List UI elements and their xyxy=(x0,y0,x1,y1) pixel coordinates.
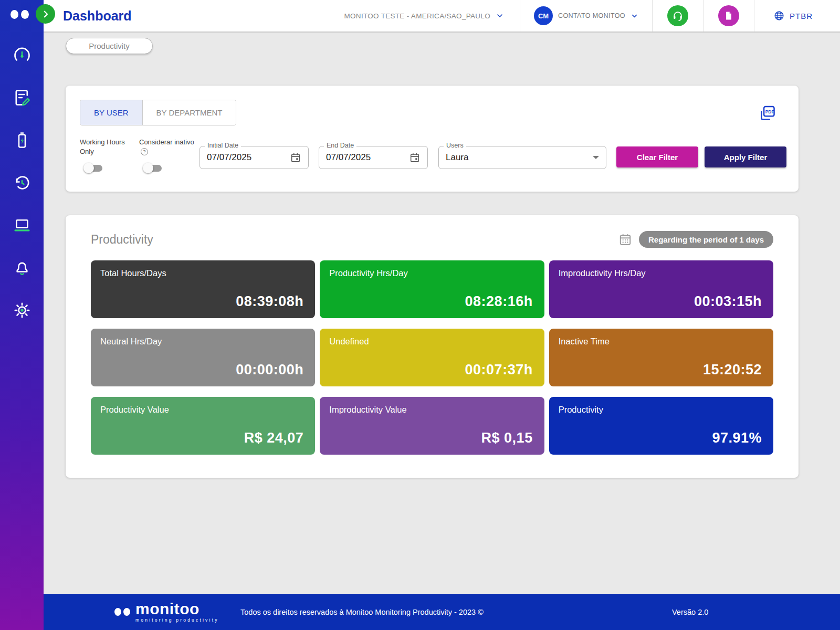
avatar: CM xyxy=(534,6,553,25)
users-select[interactable]: Users Laura xyxy=(438,146,606,169)
language-label: PTBR xyxy=(790,12,813,20)
sidebar-item-reports[interactable] xyxy=(0,85,44,111)
tile-value: R$ 24,07 xyxy=(244,430,304,446)
end-date-field[interactable]: End Date 07/07/2025 xyxy=(319,146,428,169)
tile-productivity-value: Productivity Value R$ 24,07 xyxy=(91,397,315,455)
working-hours-label: Working Hours Only xyxy=(80,138,125,155)
calendar-icon[interactable] xyxy=(290,152,301,163)
footer-version: Versão 2.0 xyxy=(672,608,708,616)
gauge-icon xyxy=(13,46,32,65)
sidebar xyxy=(0,0,44,630)
top-header: Dashboard MONITOO TESTE - AMERICA/SAO_PA… xyxy=(44,0,840,33)
sidebar-expand-button[interactable] xyxy=(36,4,55,24)
users-value: Laura xyxy=(446,152,468,163)
tile-total-hours: Total Hours/Days 08:39:08h xyxy=(91,260,315,318)
tile-value: 15:20:52 xyxy=(703,362,762,378)
svg-text:PDF: PDF xyxy=(765,109,774,114)
headset-icon xyxy=(671,9,684,22)
productivity-card: Productivity Regarding the period of 1 d… xyxy=(66,215,799,478)
tile-inactive-time: Inactive Time 15:20:52 xyxy=(549,329,773,386)
language-selector[interactable]: PTBR xyxy=(754,0,840,32)
chevron-down-icon xyxy=(496,12,504,20)
footer-logo: monitoo monitoring productivity xyxy=(114,602,219,623)
battery-bolt-icon xyxy=(13,131,32,150)
report-edit-icon xyxy=(13,88,32,107)
tab-by-user[interactable]: BY USER xyxy=(80,100,143,125)
globe-icon xyxy=(773,10,785,22)
tile-value: 00:00:00h xyxy=(236,362,303,378)
working-hours-toggle[interactable] xyxy=(83,163,103,173)
page-title: Dashboard xyxy=(63,8,132,24)
tile-value: 00:07:37h xyxy=(465,362,533,378)
tile-value: 08:39:08h xyxy=(236,293,303,310)
footer-copyright: Todos os direitos reservados à Monitoo M… xyxy=(240,608,484,616)
export-pdf-button[interactable]: PDF xyxy=(757,103,778,124)
workspace-selector[interactable]: MONITOO TESTE - AMERICA/SAO_PAULO xyxy=(329,0,520,32)
period-calendar-icon xyxy=(618,233,632,246)
apply-filter-button[interactable]: Apply Filter xyxy=(705,146,786,167)
footer-logo-text: monitoo xyxy=(135,602,219,616)
laptop-icon xyxy=(13,216,32,235)
help-icon[interactable]: ? xyxy=(141,148,148,155)
tile-value: 08:28:16h xyxy=(465,293,533,310)
clear-filter-button[interactable]: Clear Filter xyxy=(616,146,698,167)
initial-date-value: 07/07/2025 xyxy=(207,152,251,163)
initial-date-label: Initial Date xyxy=(205,142,241,149)
initial-date-field[interactable]: Initial Date 07/07/2025 xyxy=(200,146,309,169)
productivity-title: Productivity xyxy=(91,233,153,247)
end-date-label: End Date xyxy=(324,142,356,149)
tile-value: 00:03:15h xyxy=(694,293,762,310)
kpi-tile-grid: Total Hours/Days 08:39:08h Productivity … xyxy=(91,260,773,455)
calendar-icon[interactable] xyxy=(409,152,421,163)
tile-productivity-hrs: Productivity Hrs/Day 08:28:16h xyxy=(320,260,544,318)
tab-productivity[interactable]: Productivity xyxy=(66,38,153,54)
users-label: Users xyxy=(444,142,466,149)
filter-tab-group: BY USER BY DEPARTMENT xyxy=(80,100,236,125)
tile-neutral-hrs: Neutral Hrs/Day 00:00:00h xyxy=(91,329,315,386)
bell-icon xyxy=(13,258,32,277)
support-button[interactable] xyxy=(667,5,688,26)
tile-improductivity-hrs: Improductivity Hrs/Day 00:03:15h xyxy=(549,260,773,318)
considerar-inativo-label: Considerar inativo xyxy=(139,138,194,146)
gear-icon xyxy=(13,301,32,320)
chevron-down-icon xyxy=(631,12,638,20)
working-hours-toggle-block: Working Hours Only xyxy=(80,138,139,173)
tile-label: Productivity Value xyxy=(100,405,303,415)
considerar-inativo-toggle-block: Considerar inativo? xyxy=(139,138,195,173)
user-menu[interactable]: CM CONTATO MONITOO xyxy=(520,0,652,32)
tile-label: Improductivity Hrs/Day xyxy=(559,268,762,278)
sidebar-item-settings[interactable] xyxy=(0,297,44,323)
tile-label: Improductivity Value xyxy=(329,405,532,415)
dropdown-arrow-icon xyxy=(593,156,599,159)
monitoo-logo-icon xyxy=(114,608,130,616)
footer: monitoo monitoring productivity Todos os… xyxy=(44,594,840,630)
sidebar-item-devices[interactable] xyxy=(0,212,44,238)
monitoo-logo-icon xyxy=(10,10,29,19)
end-date-value: 07/07/2025 xyxy=(326,152,371,163)
filter-card: BY USER BY DEPARTMENT PDF Working Hours … xyxy=(66,86,799,192)
tile-label: Inactive Time xyxy=(559,337,762,346)
period-badge: Regarding the period of 1 days xyxy=(639,231,773,248)
history-icon xyxy=(13,173,32,192)
tile-label: Productivity xyxy=(559,405,762,415)
workspace-label: MONITOO TESTE - AMERICA/SAO_PAULO xyxy=(344,12,490,20)
tile-value: R$ 0,15 xyxy=(481,430,533,446)
tile-label: Total Hours/Days xyxy=(100,268,303,278)
footer-logo-subtitle: monitoring productivity xyxy=(135,617,219,623)
pdf-export-icon: PDF xyxy=(757,103,778,124)
considerar-inativo-toggle[interactable] xyxy=(143,163,162,173)
file-icon xyxy=(723,10,734,21)
tab-productivity-label: Productivity xyxy=(89,41,130,50)
tab-by-department[interactable]: BY DEPARTMENT xyxy=(143,100,236,125)
tile-label: Undefined xyxy=(329,337,532,346)
documents-button[interactable] xyxy=(718,5,739,26)
sidebar-item-dashboard[interactable] xyxy=(0,42,44,68)
tile-productivity-pct: Productivity 97.91% xyxy=(549,397,773,455)
tile-value: 97.91% xyxy=(712,430,762,446)
tile-undefined: Undefined 00:07:37h xyxy=(320,329,544,386)
sidebar-item-history[interactable] xyxy=(0,170,44,196)
user-name: CONTATO MONITOO xyxy=(558,12,625,19)
sidebar-item-battery[interactable] xyxy=(0,127,44,153)
sidebar-item-notifications[interactable] xyxy=(0,255,44,281)
tile-label: Productivity Hrs/Day xyxy=(329,268,532,278)
